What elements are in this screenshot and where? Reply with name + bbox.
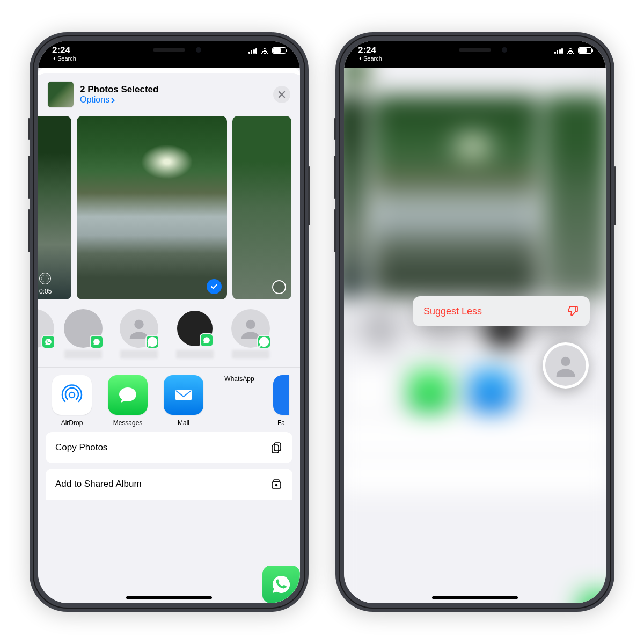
- contact-suggestion[interactable]: [168, 309, 222, 358]
- copy-icon: [270, 441, 283, 454]
- home-indicator[interactable]: [432, 596, 518, 599]
- back-label: Search: [363, 55, 382, 62]
- header-thumbnail: [48, 82, 74, 107]
- contact-name-redacted: [64, 350, 102, 358]
- app-label: Mail: [178, 419, 189, 427]
- apps-row[interactable]: AirDrop Messages Mail: [38, 375, 300, 432]
- svg-point-9: [561, 357, 570, 366]
- battery-icon: [578, 47, 592, 54]
- options-button[interactable]: Options: [80, 95, 267, 105]
- unselected-circle-icon: [272, 280, 286, 294]
- cellular-icon: [554, 47, 564, 54]
- app-label: Fa: [277, 419, 285, 427]
- action-add-to-shared-album[interactable]: Add to Shared Album: [46, 469, 292, 500]
- home-indicator[interactable]: [126, 596, 212, 599]
- messages-icon: [116, 383, 140, 407]
- contact-suggestion[interactable]: [224, 309, 277, 358]
- app-whatsapp[interactable]: WhatsApp: [217, 375, 261, 427]
- close-button[interactable]: [273, 86, 290, 103]
- chevron-right-icon: [111, 97, 115, 104]
- svg-rect-7: [274, 480, 279, 482]
- divider: [38, 367, 300, 368]
- svg-point-1: [246, 320, 255, 329]
- cellular-icon: [248, 47, 258, 54]
- mail-icon: [172, 383, 195, 407]
- person-icon: [552, 352, 580, 379]
- thumbs-down-icon: [566, 305, 579, 318]
- battery-icon: [272, 47, 286, 54]
- photo-item[interactable]: 0:05: [38, 116, 71, 299]
- whatsapp-badge-icon: [200, 333, 214, 347]
- avatar-silhouette: [231, 309, 270, 348]
- app-facebook-partial[interactable]: Fa: [273, 375, 289, 427]
- video-duration: 0:05: [39, 288, 52, 295]
- screen-left: 2:24 Search 2 Photos Selected Options: [38, 41, 300, 603]
- contact-name-redacted: [232, 350, 269, 358]
- back-to-search[interactable]: Search: [358, 55, 382, 62]
- app-messages[interactable]: Messages: [106, 375, 150, 427]
- context-menu: Suggest Less: [413, 296, 590, 326]
- status-time: 2:24: [358, 45, 376, 56]
- photo-strip[interactable]: 0:05: [38, 113, 300, 306]
- svg-point-2: [69, 392, 75, 398]
- selection-title: 2 Photos Selected: [80, 84, 267, 95]
- focused-contact-avatar[interactable]: [543, 342, 589, 389]
- suggested-contacts-row[interactable]: [38, 306, 300, 362]
- notch: [416, 41, 534, 59]
- whatsapp-badge-icon: [145, 335, 159, 349]
- notch: [110, 41, 228, 59]
- app-mail[interactable]: Mail: [162, 375, 206, 427]
- svg-point-0: [134, 320, 143, 329]
- share-sheet: 2 Photos Selected Options 0:05: [38, 73, 300, 603]
- back-to-search[interactable]: Search: [52, 55, 76, 62]
- suggest-less-button[interactable]: Suggest Less: [423, 306, 482, 317]
- close-icon: [278, 91, 286, 98]
- svg-rect-3: [175, 390, 192, 400]
- app-label: AirDrop: [61, 419, 83, 427]
- app-airdrop[interactable]: AirDrop: [50, 375, 94, 427]
- app-label: Messages: [113, 419, 143, 427]
- contact-name-redacted: [176, 350, 214, 358]
- app-label: WhatsApp: [224, 375, 254, 383]
- status-time: 2:24: [52, 45, 70, 56]
- back-label: Search: [57, 55, 76, 62]
- action-copy-photos[interactable]: Copy Photos: [46, 432, 292, 463]
- whatsapp-badge-icon: [41, 335, 55, 349]
- svg-rect-4: [274, 443, 281, 451]
- contact-suggestion[interactable]: [38, 309, 54, 358]
- wifi-icon: [566, 47, 575, 54]
- actions-list: Copy Photos Add to Shared Album: [38, 432, 300, 489]
- svg-rect-5: [272, 445, 279, 453]
- selected-checkmark-icon: [207, 279, 222, 294]
- share-sheet-header: 2 Photos Selected Options: [38, 73, 300, 113]
- svg-point-8: [276, 485, 277, 486]
- contact-suggestion[interactable]: [112, 309, 166, 358]
- whatsapp-badge-icon: [257, 335, 271, 349]
- contact-suggestion[interactable]: [56, 309, 110, 358]
- action-label: Add to Shared Album: [55, 479, 142, 489]
- phone-left: 2:24 Search 2 Photos Selected Options: [30, 32, 309, 612]
- photo-item[interactable]: [232, 116, 291, 299]
- shared-album-icon: [270, 478, 283, 491]
- phone-right: 2:24 Search ..: [335, 32, 614, 612]
- contact-name-redacted: [120, 350, 158, 358]
- screen-right: 2:24 Search ..: [344, 41, 606, 603]
- action-label: Copy Photos: [55, 442, 107, 453]
- airdrop-icon: [60, 383, 84, 407]
- wifi-icon: [260, 47, 269, 54]
- avatar-silhouette: [120, 309, 158, 348]
- photo-item-selected[interactable]: [77, 116, 227, 299]
- live-photo-icon: [39, 273, 51, 284]
- whatsapp-badge-icon: [90, 335, 104, 349]
